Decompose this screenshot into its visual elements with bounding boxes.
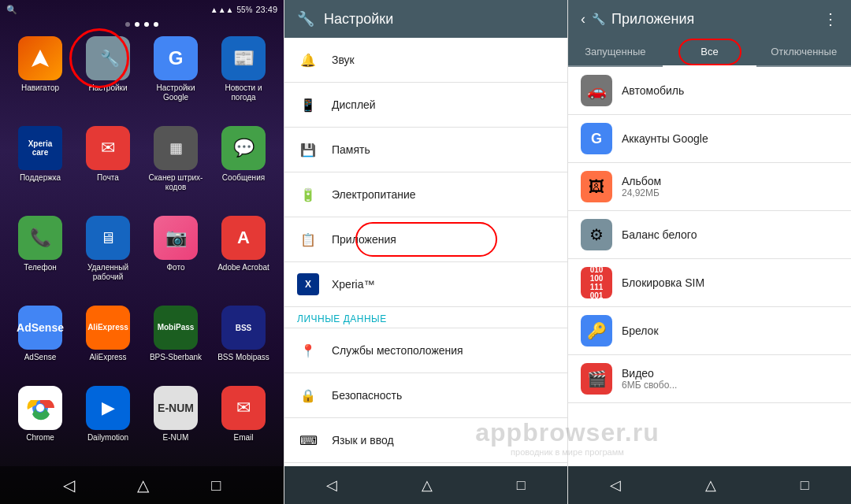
app-ali[interactable]: AliExpress AliExpress (77, 306, 139, 380)
back-button-apps[interactable]: ◁ (604, 470, 627, 500)
settings-bottom-nav: ◁ △ □ (284, 466, 567, 504)
keychain-name: Брелок (622, 324, 838, 337)
language-icon: ⌨ (297, 429, 319, 451)
battery-text: 55% (236, 6, 252, 14)
dailymotion-label: Dailymotion (87, 433, 128, 443)
bps-icon: MobiPass (154, 306, 198, 350)
app-gsettings[interactable]: G Настройки Google (145, 36, 206, 120)
settings-item-display[interactable]: 📱 Дисплей (284, 83, 567, 128)
list-item-album[interactable]: 🖼 Альбом 24,92МБ (568, 163, 851, 211)
keychain-icon: 🔑 (581, 315, 612, 346)
google-acc-name: Аккаунты Google (622, 132, 838, 145)
app-navigator[interactable]: Навигатор (9, 36, 71, 120)
app-bss[interactable]: BSS BSS Mobipass (213, 306, 274, 380)
home-button-settings[interactable]: △ (415, 470, 439, 500)
tab-running[interactable]: Запущенные (568, 38, 663, 65)
app-chrome[interactable]: Chrome (9, 386, 71, 460)
settings-item-sound[interactable]: 🔔 Звук (284, 38, 567, 83)
settings-item-power[interactable]: 🔋 Электропитание (284, 172, 567, 217)
app-messages[interactable]: 💬 Сообщения (213, 126, 274, 209)
settings-item-location[interactable]: 📍 Службы местоположения (284, 328, 567, 373)
messages-label: Сообщения (222, 173, 265, 183)
google-acc-icon: G (581, 123, 612, 154)
list-item-whitebalance[interactable]: ⚙ Баланс белого (568, 211, 851, 259)
status-bar-info: ▲▲▲ 55% 23:49 (210, 5, 277, 14)
auto-info: Автомобиль (622, 84, 838, 97)
app-scanner[interactable]: ▦ Сканер штрих-кодов (145, 126, 206, 209)
settings-item-memory[interactable]: 💾 Память (284, 128, 567, 172)
power-icon: 🔋 (297, 183, 319, 206)
photo-label: Фото (167, 263, 185, 272)
power-label: Электропитание (332, 188, 416, 201)
tab-all[interactable]: Все (663, 38, 757, 65)
bps-label: BPS-Sberbank (150, 353, 202, 362)
app-photo[interactable]: 📷 Фото (145, 216, 206, 299)
sound-icon: 🔔 (297, 49, 319, 71)
back-button-home[interactable]: ◁ (57, 469, 81, 501)
app-bps[interactable]: MobiPass BPS-Sberbank (145, 306, 206, 380)
app-settings[interactable]: 🔧 Настройки (77, 36, 139, 120)
status-bar-search: 🔍 (6, 5, 17, 15)
list-item-keychain[interactable]: 🔑 Брелок (568, 307, 851, 355)
app-adsense[interactable]: AdSense AdSense (9, 306, 71, 380)
recents-button-apps[interactable]: □ (794, 471, 816, 500)
settings-panel-title: Настройки (324, 11, 393, 28)
app-remote[interactable]: 🖥 Удаленный рабочий (77, 216, 139, 299)
whitebalance-info: Баланс белого (622, 228, 838, 241)
app-email[interactable]: ✉ Email (213, 386, 274, 460)
settings-item-security[interactable]: 🔒 Безопасность (284, 373, 567, 418)
back-button-settings[interactable]: ◁ (320, 470, 344, 500)
apps-back-button[interactable]: ‹ (581, 11, 585, 28)
settings-list: 🔔 Звук 📱 Дисплей 💾 Память 🔋 Электропитан… (284, 38, 567, 466)
dot-2 (135, 22, 139, 27)
settings-item-xperia[interactable]: X Xperia™ (284, 262, 567, 307)
display-icon: 📱 (297, 94, 319, 116)
album-info: Альбом 24,92МБ (622, 175, 838, 198)
memory-label: Память (332, 143, 370, 156)
settings-item-language[interactable]: ⌨ Язык и ввод (284, 418, 567, 463)
home-screen: 🔍 ▲▲▲ 55% 23:49 Навигатор 🔧 Настройки (0, 0, 284, 504)
app-dailymotion[interactable]: ▶ Dailymotion (77, 386, 139, 460)
navigator-icon (18, 36, 62, 80)
remote-label: Удаленный рабочий (77, 263, 139, 282)
apps-header: ‹ 🔧 Приложения ⋮ (568, 0, 851, 38)
wifi-signal-icon: ▲▲▲ (210, 6, 234, 14)
whitebalance-name: Баланс белого (622, 228, 838, 241)
xperia-label: Xperia™ (332, 278, 374, 291)
recents-button-settings[interactable]: □ (511, 471, 532, 500)
home-button-home[interactable]: △ (131, 469, 155, 501)
dot-4 (154, 22, 158, 27)
video-info: Видео 6МБ свобо... (622, 367, 838, 391)
app-grid: Навигатор 🔧 Настройки G Настройки Google… (0, 30, 284, 466)
enum-icon: E-NUM (154, 386, 198, 430)
google-acc-info: Аккаунты Google (622, 132, 838, 145)
news-icon: 📰 (221, 36, 266, 80)
list-item-google-acc[interactable]: G Аккаунты Google (568, 115, 851, 163)
location-icon: 📍 (297, 339, 319, 361)
personal-data-section: ЛИЧНЫЕ ДАННЫЕ (284, 307, 567, 328)
list-item-video[interactable]: 🎬 Видео 6МБ свобо... (568, 355, 851, 403)
app-news[interactable]: 📰 Новости и погода (213, 36, 274, 120)
list-item-auto[interactable]: 🚗 Автомобиль (568, 67, 851, 115)
settings-item-backup[interactable]: ↺ Резервное копирование и сбро... (284, 463, 567, 466)
xperia-icon: X (297, 273, 319, 295)
enum-label: E-NUM (163, 433, 189, 443)
app-phone[interactable]: 📞 Телефон (9, 216, 71, 299)
video-size: 6МБ свобо... (622, 380, 838, 391)
dot-1 (125, 22, 130, 27)
app-xperia-care[interactable]: Xperiacare Поддержка (9, 126, 71, 209)
app-adobe[interactable]: A Adobe Acrobat (213, 216, 274, 299)
apps-bottom-nav: ◁ △ □ (568, 466, 851, 504)
language-label: Язык и ввод (332, 434, 394, 447)
tab-disabled[interactable]: Отключенные (756, 38, 851, 65)
apps-more-button[interactable]: ⋮ (823, 9, 838, 28)
recents-button-home[interactable]: □ (205, 470, 227, 501)
settings-panel: 🔧 Настройки 🔔 Звук 📱 Дисплей 💾 Память 🔋 … (284, 0, 567, 504)
display-label: Дисплей (332, 98, 376, 111)
app-mail[interactable]: ✉ Почта (77, 126, 139, 209)
settings-item-apps[interactable]: 📋 Приложения (284, 217, 567, 262)
list-item-simlock[interactable]: 010100111001 Блокировка SIM (568, 259, 851, 307)
home-button-apps[interactable]: △ (699, 470, 723, 500)
album-name: Альбом (622, 175, 838, 187)
app-enum[interactable]: E-NUM E-NUM (145, 386, 206, 460)
